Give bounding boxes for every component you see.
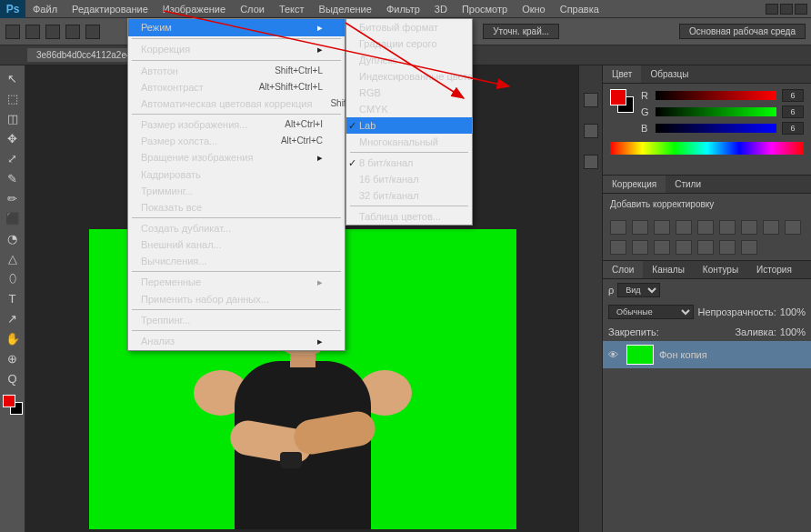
panel-color-swatch[interactable] xyxy=(610,89,634,113)
menu-select[interactable]: Выделение xyxy=(312,1,379,17)
adj-icon[interactable] xyxy=(654,240,670,255)
adj-icon[interactable] xyxy=(676,220,692,235)
hand-tool[interactable]: ✋ xyxy=(3,329,23,347)
blend-mode-select[interactable]: Обычные xyxy=(608,305,694,319)
menu-image[interactable]: Изображение xyxy=(155,1,233,17)
adj-icon[interactable] xyxy=(632,220,648,235)
mode-8bit[interactable]: 8 бит/канал xyxy=(346,155,472,171)
adj-icon[interactable] xyxy=(610,240,626,255)
tab-layers[interactable]: Слои xyxy=(603,261,643,278)
menu-edit[interactable]: Редактирование xyxy=(65,1,155,17)
opacity-value[interactable]: 100% xyxy=(780,306,806,317)
tab-paths[interactable]: Контуры xyxy=(694,261,747,278)
tab-color[interactable]: Цвет xyxy=(603,65,641,83)
para-icon[interactable] xyxy=(584,155,598,169)
wand-tool[interactable]: ✥ xyxy=(3,129,23,147)
window-restore[interactable] xyxy=(780,4,793,15)
menu-rotation[interactable]: Вращение изображения▸ xyxy=(128,149,345,166)
tab-styles[interactable]: Стили xyxy=(666,176,710,193)
sel-new-icon[interactable] xyxy=(25,25,40,39)
adj-icon[interactable] xyxy=(632,240,648,255)
menu-analysis[interactable]: Анализ▸ xyxy=(128,333,345,350)
marquee-tool[interactable]: ⬚ xyxy=(3,89,23,107)
menu-filter[interactable]: Фильтр xyxy=(379,1,427,17)
window-close[interactable] xyxy=(795,4,807,15)
eraser-tool[interactable]: ◔ xyxy=(3,229,23,247)
menu-3d[interactable]: 3D xyxy=(427,1,455,17)
sel-int-icon[interactable] xyxy=(85,25,100,39)
fill-value[interactable]: 100% xyxy=(780,326,806,337)
menu-view[interactable]: Просмотр xyxy=(455,1,515,17)
adj-icon[interactable] xyxy=(676,240,692,255)
mode-rgb[interactable]: RGB xyxy=(346,85,472,101)
menu-window[interactable]: Окно xyxy=(515,1,553,17)
spectrum-ramp[interactable] xyxy=(610,142,804,155)
menu-adjustments[interactable]: Коррекция▸ xyxy=(128,41,345,58)
adj-icon[interactable] xyxy=(697,220,714,235)
menu-help[interactable]: Справка xyxy=(553,1,606,17)
adj-icon[interactable] xyxy=(719,240,736,255)
refine-edge-button[interactable]: Уточн. край... xyxy=(483,24,559,39)
g-slider[interactable] xyxy=(656,107,776,116)
layer-row[interactable]: 👁 Фон копия xyxy=(603,341,811,368)
zoom-tool[interactable]: ⊕ xyxy=(3,349,23,367)
g-value[interactable]: 6 xyxy=(782,105,804,118)
visibility-icon[interactable]: 👁 xyxy=(608,349,621,360)
b-slider[interactable] xyxy=(656,124,776,133)
quickmask-tool[interactable]: Q xyxy=(3,369,23,387)
adj-icon[interactable] xyxy=(697,240,714,255)
type-tool[interactable]: T xyxy=(3,289,23,307)
layer-thumbnail[interactable] xyxy=(626,345,654,365)
menu-applyimage[interactable]: Внешний канал... xyxy=(128,236,345,253)
menu-calculations[interactable]: Вычисления... xyxy=(128,253,345,269)
b-value[interactable]: 6 xyxy=(782,122,804,135)
mode-grayscale[interactable]: Градации серого xyxy=(346,35,472,52)
lasso-tool[interactable]: ◫ xyxy=(3,109,23,127)
adj-icon[interactable] xyxy=(610,220,626,235)
layer-name[interactable]: Фон копия xyxy=(659,349,707,360)
adj-icon[interactable] xyxy=(741,220,757,235)
r-slider[interactable] xyxy=(656,91,776,100)
crop-tool[interactable]: ⤢ xyxy=(3,149,23,167)
eyedropper-tool[interactable]: ✎ xyxy=(3,169,23,187)
menu-mode[interactable]: Режим▸ xyxy=(128,19,345,36)
path-tool[interactable]: ↗ xyxy=(3,309,23,327)
menu-file[interactable]: Файл xyxy=(25,1,65,17)
adj-icon[interactable] xyxy=(785,220,801,235)
menu-imagesize[interactable]: Размер изображения...Alt+Ctrl+I xyxy=(128,116,345,133)
menu-duplicate[interactable]: Создать дубликат... xyxy=(128,220,345,236)
menu-revealall[interactable]: Показать все xyxy=(128,199,345,216)
menu-autocontrast[interactable]: АвтоконтрастAlt+Shift+Ctrl+L xyxy=(128,79,345,95)
tab-corrections[interactable]: Коррекция xyxy=(603,176,666,193)
char-icon[interactable] xyxy=(584,124,598,138)
mode-cmyk[interactable]: CMYK xyxy=(346,101,472,117)
sel-sub-icon[interactable] xyxy=(65,25,80,39)
adj-icon[interactable] xyxy=(719,220,736,235)
adj-icon[interactable] xyxy=(741,240,757,255)
brush-tool[interactable]: ✏ xyxy=(3,189,23,207)
mode-lab[interactable]: Lab xyxy=(346,117,472,134)
color-swatch[interactable] xyxy=(3,395,23,415)
r-value[interactable]: 6 xyxy=(782,89,804,102)
sel-add-icon[interactable] xyxy=(45,25,60,39)
menu-autotone[interactable]: АвтотонShift+Ctrl+L xyxy=(128,63,345,79)
mode-multichannel[interactable]: Многоканальный xyxy=(346,134,472,150)
window-minimize[interactable] xyxy=(766,4,778,15)
workspace-button[interactable]: Основная рабочая среда xyxy=(679,24,806,39)
pen-tool[interactable]: ⬯ xyxy=(3,269,23,287)
tool-preset-icon[interactable] xyxy=(5,25,20,39)
adj-icon[interactable] xyxy=(763,220,779,235)
menu-text[interactable]: Текст xyxy=(272,1,312,17)
menu-layer[interactable]: Слои xyxy=(233,1,272,17)
stamp-tool[interactable]: ⬛ xyxy=(3,209,23,227)
gradient-tool[interactable]: △ xyxy=(3,249,23,267)
mode-16bit[interactable]: 16 бит/канал xyxy=(346,171,472,187)
adj-icon[interactable] xyxy=(654,220,670,235)
history-icon[interactable] xyxy=(584,93,598,107)
tab-history[interactable]: История xyxy=(747,261,801,278)
tab-channels[interactable]: Каналы xyxy=(643,261,694,278)
menu-canvassize[interactable]: Размер холста...Alt+Ctrl+C xyxy=(128,133,345,149)
menu-trim[interactable]: Тримминг... xyxy=(128,183,345,199)
kind-select[interactable]: Вид xyxy=(617,283,660,297)
tab-swatches[interactable]: Образцы xyxy=(641,65,697,83)
